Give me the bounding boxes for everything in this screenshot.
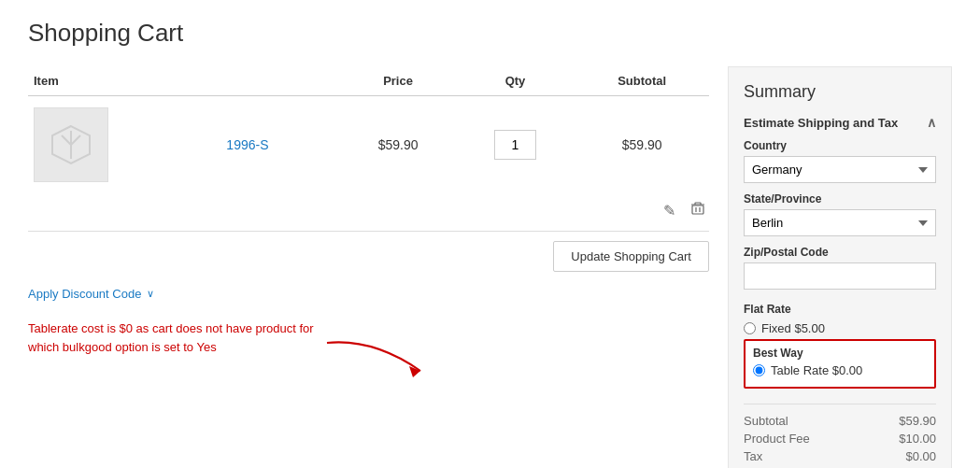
zip-field: Zip/Postal Code xyxy=(744,246,936,299)
annotation-text: Tablerate cost is $0 as cart does not ha… xyxy=(28,319,327,356)
zip-input[interactable] xyxy=(744,262,936,290)
cart-actions: Update Shopping Cart xyxy=(28,241,709,272)
collapse-icon: ∧ xyxy=(927,115,936,130)
chevron-down-icon: ∨ xyxy=(147,288,154,300)
fixed-rate-option: Fixed $5.00 xyxy=(744,321,936,335)
summary-totals: Subtotal $59.90 Product Fee $10.00 Tax $… xyxy=(744,404,936,468)
state-select[interactable]: Berlin Bayern Hamburg xyxy=(744,209,936,236)
cart-table: Item Price Qty Subtotal xyxy=(28,66,709,193)
estimate-section: Estimate Shipping and Tax ∧ Country Germ… xyxy=(744,115,936,389)
best-way-box: Best Way Table Rate $0.00 xyxy=(744,339,936,389)
product-name[interactable]: 1996-S xyxy=(226,137,268,152)
table-rate-option: Table Rate $0.00 xyxy=(753,363,927,377)
cart-section: Item Price Qty Subtotal xyxy=(28,66,709,468)
estimate-header[interactable]: Estimate Shipping and Tax ∧ xyxy=(744,115,936,130)
subtotal-row: Subtotal $59.90 xyxy=(744,414,936,428)
svg-rect-0 xyxy=(692,206,703,214)
subtotal-label: Subtotal xyxy=(744,414,788,428)
state-label: State/Province xyxy=(744,192,936,206)
page-title: Shopping Cart xyxy=(28,19,952,48)
product-fee-value: $10.00 xyxy=(899,432,936,446)
cart-divider xyxy=(28,231,709,232)
summary-title: Summary xyxy=(744,82,936,102)
tax-row: Tax $0.00 xyxy=(744,449,936,463)
subtotal-value: $59.90 xyxy=(899,414,936,428)
col-header-price: Price xyxy=(341,66,456,96)
table-rate-label: Table Rate $0.00 xyxy=(771,363,862,377)
annotation-area: Tablerate cost is $0 as cart does not ha… xyxy=(28,319,709,356)
col-header-item: Item xyxy=(28,66,220,96)
delete-item-button[interactable] xyxy=(687,199,709,221)
fixed-rate-label: Fixed $5.00 xyxy=(761,321,825,335)
discount-code-link[interactable]: Apply Discount Code xyxy=(28,287,141,301)
zip-label: Zip/Postal Code xyxy=(744,246,936,259)
best-way-label: Best Way xyxy=(753,347,927,360)
qty-input[interactable] xyxy=(494,130,536,160)
table-row: 1996-S $59.90 $59.90 xyxy=(28,96,709,194)
flat-rate-label: Flat Rate xyxy=(744,303,936,316)
estimate-label: Estimate Shipping and Tax xyxy=(744,116,898,130)
col-header-qty: Qty xyxy=(456,66,575,96)
fixed-rate-radio[interactable] xyxy=(744,322,756,334)
col-header-subtotal: Subtotal xyxy=(575,66,709,96)
update-cart-button[interactable]: Update Shopping Cart xyxy=(553,241,709,272)
country-select[interactable]: Germany United States France United King… xyxy=(744,156,936,183)
tax-value: $0.00 xyxy=(905,449,936,463)
tax-label: Tax xyxy=(744,449,762,463)
product-fee-label: Product Fee xyxy=(744,432,810,446)
product-price: $59.90 xyxy=(341,96,456,194)
table-rate-radio[interactable] xyxy=(753,364,765,376)
summary-panel: Summary Estimate Shipping and Tax ∧ Coun… xyxy=(728,66,952,468)
product-image xyxy=(34,107,108,182)
product-fee-row: Product Fee $10.00 xyxy=(744,432,936,446)
annotation-arrow xyxy=(318,329,430,385)
country-field: Country Germany United States France Uni… xyxy=(744,139,936,192)
shipping-options: Flat Rate Fixed $5.00 xyxy=(744,303,936,335)
product-subtotal: $59.90 xyxy=(575,96,709,194)
state-field: State/Province Berlin Bayern Hamburg xyxy=(744,192,936,246)
discount-section: Apply Discount Code ∨ xyxy=(28,287,709,301)
country-label: Country xyxy=(744,139,936,152)
cart-item-actions: ✎ xyxy=(28,193,709,227)
edit-item-button[interactable]: ✎ xyxy=(660,199,679,221)
